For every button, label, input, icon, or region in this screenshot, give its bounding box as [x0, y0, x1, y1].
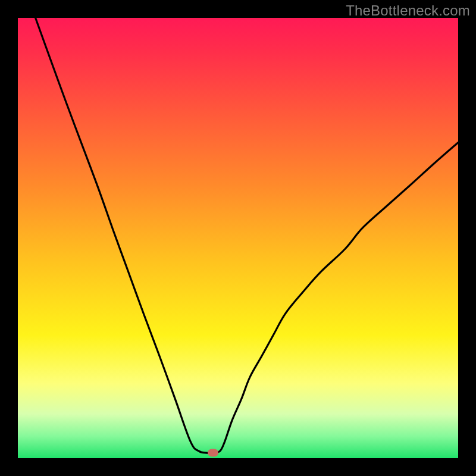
- watermark-text: TheBottleneck.com: [346, 2, 470, 19]
- chart-frame: TheBottleneck.com: [0, 0, 476, 476]
- plot-area: [18, 18, 458, 458]
- curve-right-branch: [213, 142, 458, 453]
- bottleneck-curve: [18, 18, 458, 458]
- bottleneck-marker: [208, 449, 218, 457]
- curve-left-branch: [36, 18, 213, 453]
